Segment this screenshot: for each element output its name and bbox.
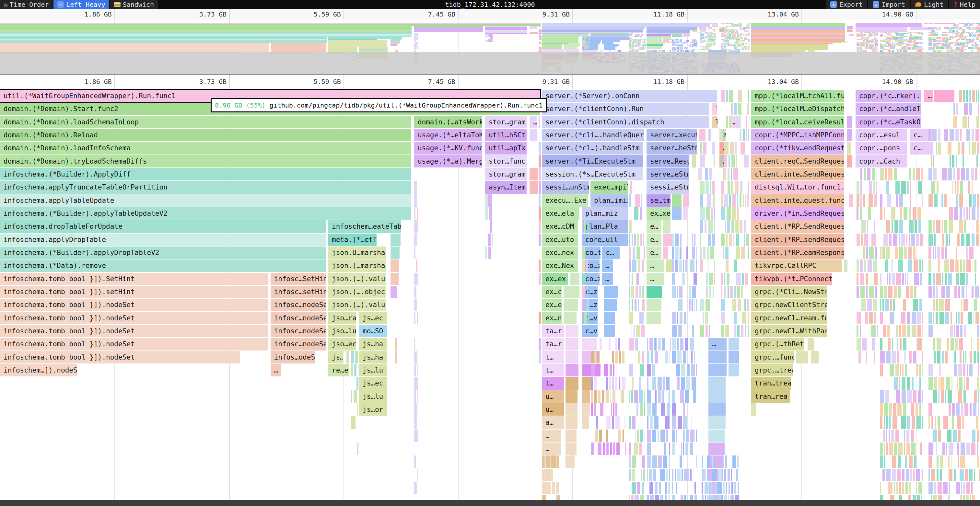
flame-frame-sliver[interactable] (929, 220, 932, 233)
flame-frame[interactable]: infoschema.tomb bool }]).setHint (0, 286, 268, 298)
flame-frame-sliver[interactable] (672, 233, 673, 246)
flame-frame-sliver[interactable] (748, 129, 749, 141)
flame-frame-sliver[interactable] (966, 443, 970, 455)
flame-frame-sliver[interactable] (966, 168, 969, 181)
flame-frame-sliver[interactable] (880, 312, 883, 325)
flame-frame-sliver[interactable] (631, 390, 633, 403)
flame-frame-sliver[interactable] (884, 416, 885, 429)
flame-frame-sliver[interactable] (706, 273, 708, 286)
flame-frame-sliver[interactable] (711, 207, 713, 220)
flame-frame-sliver[interactable] (942, 351, 944, 364)
flame-frame-sliver[interactable] (880, 403, 883, 416)
flame-frame-sliver[interactable] (905, 273, 906, 286)
flame-frame-sliver[interactable] (741, 325, 743, 338)
flame-frame[interactable]: se…tm (646, 194, 670, 207)
flame-frame-sliver[interactable] (730, 495, 734, 500)
tab-time-order[interactable]: ◷Time Order (0, 0, 52, 9)
flame-frame-sliver[interactable] (650, 416, 653, 429)
flame-frame-sliver[interactable] (856, 181, 859, 194)
flame-frame-sliver[interactable] (395, 351, 397, 364)
flame-frame-sliver[interactable] (972, 129, 974, 141)
flame-frame-sliver[interactable] (748, 90, 749, 102)
flame-frame-sliver[interactable] (880, 273, 881, 286)
flame-frame-sliver[interactable] (706, 286, 708, 298)
flame-frame-sliver[interactable] (902, 377, 906, 390)
flame-frame-sliver[interactable] (979, 443, 979, 455)
flame-frame-sliver[interactable] (702, 455, 703, 468)
flame-frame-sliver[interactable] (912, 312, 916, 325)
flame-frame-sliver[interactable] (582, 273, 586, 286)
flame-frame-sliver[interactable] (668, 390, 669, 403)
flame-frame-sliver[interactable] (684, 312, 686, 325)
flame-frame[interactable]: … (646, 260, 664, 272)
flame-frame-sliver[interactable] (974, 299, 977, 311)
flame-frame-sliver[interactable] (847, 155, 852, 168)
flame-frame-sliver[interactable] (744, 155, 748, 168)
flame-frame-sliver[interactable] (920, 260, 921, 272)
flame-frame-sliver[interactable] (954, 364, 957, 377)
flame-frame-sliver[interactable] (732, 455, 736, 468)
flame-frame[interactable]: infoschema.tomb bool }]).SetHint (0, 273, 268, 286)
flame-frame-sliver[interactable] (663, 377, 665, 390)
flame-frame-sliver[interactable] (692, 416, 692, 429)
flame-frame-sliver[interactable] (880, 351, 885, 364)
flame-frame-sliver[interactable] (598, 390, 600, 403)
flame-frame-sliver[interactable] (972, 286, 974, 298)
flame-frame[interactable]: js…ec (359, 312, 387, 325)
flame-frame-sliver[interactable] (668, 482, 670, 494)
flame-frame-sliver[interactable] (889, 403, 892, 416)
flame-frame-sliver[interactable] (904, 430, 905, 442)
flame-frame[interactable]: domain.(…atsWorke (414, 116, 482, 128)
flame-frame-sliver[interactable] (918, 482, 922, 494)
flame-frame-sliver[interactable] (737, 455, 739, 468)
flame-frame-sliver[interactable] (721, 286, 722, 298)
flame-frame[interactable]: c… (602, 246, 620, 259)
flame-frame-sliver[interactable] (724, 495, 727, 500)
flame-frame-sliver[interactable] (966, 495, 969, 500)
flame-frame-sliver[interactable] (634, 390, 638, 403)
flame-frame-sliver[interactable] (594, 390, 596, 403)
flame-frame-sliver[interactable] (880, 390, 884, 403)
flame-frame-sliver[interactable] (414, 377, 418, 390)
flame-frame-sliver[interactable] (974, 469, 975, 481)
flame-frame-sliver[interactable] (584, 220, 586, 233)
flame-frame-sliver[interactable] (721, 90, 725, 102)
flame-frame[interactable]: e… (646, 233, 662, 246)
flame-frame-sliver[interactable] (690, 469, 692, 481)
flame-frame-sliver[interactable] (546, 455, 550, 468)
flame-frame-sliver[interactable] (634, 233, 636, 246)
flame-frame-sliver[interactable] (896, 273, 901, 286)
flame-frame-sliver[interactable] (647, 364, 651, 377)
flame-frame-sliver[interactable] (884, 455, 885, 468)
flame-frame-sliver[interactable] (877, 338, 878, 351)
flame-frame-sliver[interactable] (920, 403, 921, 416)
flame-frame-sliver[interactable] (867, 260, 872, 272)
flame-frame-sliver[interactable] (669, 443, 670, 455)
flame-frame-sliver[interactable] (707, 194, 712, 207)
flame-frame-sliver[interactable] (649, 482, 653, 494)
flame-frame-sliver[interactable] (892, 416, 897, 429)
flame-frame-sliver[interactable] (955, 338, 958, 351)
flame-frame-sliver[interactable] (603, 443, 605, 455)
flame-frame-sliver[interactable] (414, 416, 417, 429)
flame-frame-sliver[interactable] (705, 312, 708, 325)
flame-frame-sliver[interactable] (929, 455, 932, 468)
flame-frame-sliver[interactable] (631, 286, 634, 298)
flame-frame-sliver[interactable] (899, 246, 903, 259)
flame-frame[interactable]: t… (542, 364, 564, 377)
flame-frame-sliver[interactable] (970, 403, 972, 416)
flame-frame-sliver[interactable] (907, 430, 910, 442)
flame-frame[interactable]: u… (542, 390, 564, 403)
flame-frame-sliver[interactable] (875, 246, 877, 259)
flame-frame-sliver[interactable] (616, 403, 617, 416)
flame-frame[interactable]: usage.(*…a).Merg (414, 155, 482, 168)
flame-frame-sliver[interactable] (934, 377, 937, 390)
flame-frame-sliver[interactable] (539, 233, 541, 246)
flame-frame-sliver[interactable] (952, 155, 955, 168)
flame-frame-sliver[interactable] (740, 181, 743, 194)
flame-frame-sliver[interactable] (896, 390, 900, 403)
flame-frame-sliver[interactable] (955, 129, 959, 141)
flame-frame-sliver[interactable] (874, 312, 876, 325)
flame-frame[interactable]: client.(*RP…sendReques (751, 233, 844, 246)
flame-frame-sliver[interactable] (883, 325, 886, 338)
